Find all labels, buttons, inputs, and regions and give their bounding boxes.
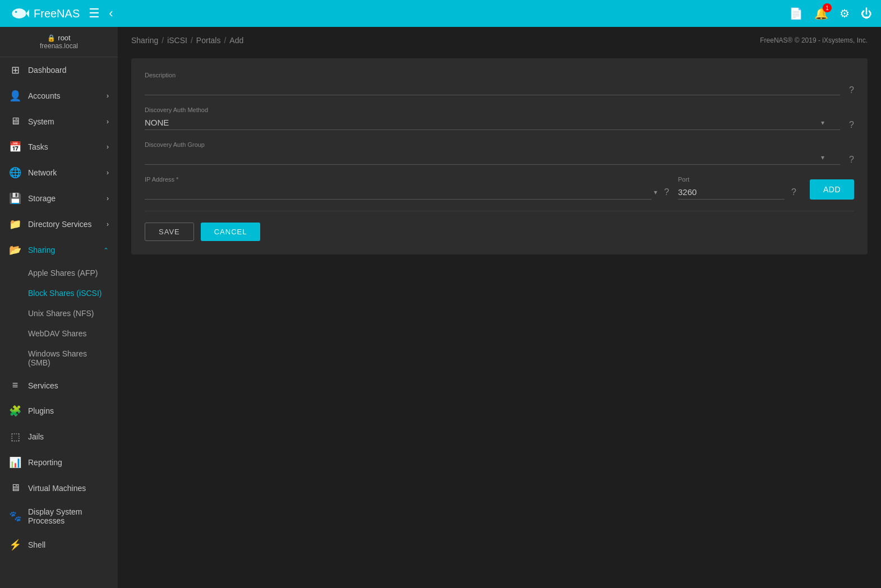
sidebar-item-services[interactable]: ≡ Services [0, 373, 118, 398]
sidebar-item-label: Directory Services [28, 220, 92, 229]
chevron-right-icon: › [107, 143, 109, 151]
back-icon[interactable]: ‹ [109, 6, 113, 21]
sidebar: 🔒root freenas.local ⊞ Dashboard 👤 Accoun… [0, 27, 118, 588]
port-help-icon[interactable]: ? [791, 187, 796, 197]
vm-icon: 🖥 [9, 482, 21, 494]
processes-icon: 🐾 [9, 510, 21, 522]
sidebar-subitem-apple-shares[interactable]: Apple Shares (AFP) [0, 263, 118, 283]
sidebar-subitem-unix-shares[interactable]: Unix Shares (NFS) [0, 303, 118, 323]
sidebar-item-directory-services[interactable]: 📁 Directory Services › [0, 211, 118, 237]
sidebar-item-label: Accounts [28, 91, 61, 100]
docs-icon[interactable]: 📄 [789, 7, 803, 20]
chevron-down-icon: ⌄ [103, 246, 109, 254]
sidebar-subitem-block-shares[interactable]: Block Shares (iSCSI) [0, 283, 118, 303]
subitem-label: WebDAV Shares [28, 329, 87, 338]
description-help-icon[interactable]: ? [849, 85, 854, 95]
sidebar-item-label: Services [28, 381, 58, 390]
breadcrumb-portals[interactable]: Portals [196, 36, 221, 45]
shell-icon: ⚡ [9, 539, 21, 551]
discovery-auth-method-help-icon[interactable]: ? [849, 120, 854, 130]
reporting-icon: 📊 [9, 456, 21, 469]
discovery-auth-method-select[interactable]: NONE CHAP Mutual CHAP [145, 115, 840, 130]
save-button[interactable]: SAVE [145, 223, 194, 241]
port-group: Port ? [678, 176, 796, 200]
sidebar-item-label: Reporting [28, 458, 62, 467]
sidebar-item-plugins[interactable]: 🧩 Plugins [0, 398, 118, 424]
lock-icon: 🔒 [47, 34, 56, 42]
notifications-icon[interactable]: 🔔 1 [814, 7, 828, 20]
subitem-label: Apple Shares (AFP) [28, 268, 98, 277]
chevron-right-icon: › [107, 118, 109, 126]
sidebar-item-storage[interactable]: 💾 Storage › [0, 186, 118, 211]
sidebar-item-tasks[interactable]: 📅 Tasks › [0, 134, 118, 160]
port-input[interactable] [678, 185, 785, 200]
main-layout: 🔒root freenas.local ⊞ Dashboard 👤 Accoun… [0, 27, 881, 588]
chevron-right-icon: › [107, 92, 109, 100]
sidebar-item-label: Plugins [28, 406, 54, 415]
copyright-text: FreeNAS® © 2019 - iXsystems, Inc. [760, 36, 868, 44]
topbar-left: FreeNAS ☰ ‹ [9, 3, 113, 24]
sidebar-item-accounts[interactable]: 👤 Accounts › [0, 83, 118, 109]
discovery-auth-group-select[interactable] [145, 150, 840, 165]
discovery-auth-group-group: Discovery Auth Group ▾ ? [145, 141, 854, 165]
description-label: Description [145, 72, 840, 78]
tasks-icon: 📅 [9, 141, 21, 153]
topbar: FreeNAS ☰ ‹ 📄 🔔 1 ⚙ ⏻ [0, 0, 881, 27]
sidebar-item-display-system-processes[interactable]: 🐾 Display System Processes [0, 501, 118, 532]
services-icon: ≡ [9, 379, 21, 391]
content-area: Sharing / iSCSI / Portals / Add FreeNAS®… [118, 27, 881, 588]
power-icon[interactable]: ⏻ [861, 7, 872, 20]
breadcrumb-iscsi[interactable]: iSCSI [167, 36, 187, 45]
sidebar-subitem-windows-shares[interactable]: Windows Shares (SMB) [0, 344, 118, 373]
sidebar-user: 🔒root freenas.local [0, 27, 118, 57]
add-button[interactable]: ADD [810, 179, 854, 200]
sidebar-item-network[interactable]: 🌐 Network › [0, 160, 118, 186]
menu-toggle-icon[interactable]: ☰ [89, 6, 100, 21]
ip-address-help-icon[interactable]: ? [664, 187, 669, 197]
sidebar-item-system[interactable]: 🖥 System › [0, 109, 118, 134]
sidebar-item-virtual-machines[interactable]: 🖥 Virtual Machines [0, 475, 118, 501]
sidebar-item-label: Network [28, 168, 57, 177]
freenas-logo [9, 3, 29, 24]
brand-name: FreeNAS [34, 7, 80, 20]
sidebar-subitem-webdav-shares[interactable]: WebDAV Shares [0, 323, 118, 344]
chevron-right-icon: › [107, 220, 109, 228]
sidebar-item-label: Display System Processes [28, 507, 109, 525]
sidebar-item-label: Sharing [28, 246, 55, 254]
storage-icon: 💾 [9, 192, 21, 205]
description-input[interactable] [145, 81, 840, 95]
sidebar-username: root [58, 34, 70, 42]
sidebar-item-sharing[interactable]: 📂 Sharing ⌄ [0, 237, 118, 263]
subitem-label: Unix Shares (NFS) [28, 309, 94, 318]
sidebar-item-reporting[interactable]: 📊 Reporting [0, 450, 118, 475]
breadcrumb-sharing[interactable]: Sharing [131, 36, 158, 45]
sidebar-item-label: Shell [28, 540, 45, 549]
port-label: Port [678, 176, 796, 183]
ip-address-group: IP Address * ▾ ? [145, 176, 669, 200]
ip-chevron-icon: ▾ [654, 188, 657, 196]
settings-icon[interactable]: ⚙ [840, 7, 850, 20]
sidebar-item-label: Storage [28, 194, 56, 203]
chevron-right-icon: › [107, 169, 109, 177]
port-row: ? [678, 185, 796, 200]
discovery-auth-group-help-icon[interactable]: ? [849, 155, 854, 165]
topbar-logo: FreeNAS [9, 3, 80, 24]
description-group: Description ? [145, 72, 854, 95]
ip-port-group: IP Address * ▾ ? Port ? ADD [145, 176, 854, 200]
sidebar-item-label: Tasks [28, 142, 48, 151]
ip-address-input[interactable] [145, 185, 652, 200]
subitem-label: Block Shares (iSCSI) [28, 289, 102, 298]
sidebar-item-dashboard[interactable]: ⊞ Dashboard [0, 57, 118, 83]
sharing-icon: 📂 [9, 244, 21, 256]
form-divider [145, 211, 854, 211]
jails-icon: ⬚ [9, 430, 21, 443]
discovery-auth-method-group: Discovery Auth Method NONE CHAP Mutual C… [145, 107, 854, 130]
sidebar-hostname: freenas.local [9, 42, 109, 50]
dashboard-icon: ⊞ [9, 64, 21, 76]
sidebar-item-shell[interactable]: ⚡ Shell [0, 532, 118, 558]
ip-port-row: IP Address * ▾ ? Port ? ADD [145, 176, 854, 200]
subitem-label: Windows Shares (SMB) [28, 349, 109, 367]
sidebar-item-jails[interactable]: ⬚ Jails [0, 424, 118, 450]
action-row: SAVE CANCEL [145, 223, 854, 241]
cancel-button[interactable]: CANCEL [201, 223, 261, 241]
